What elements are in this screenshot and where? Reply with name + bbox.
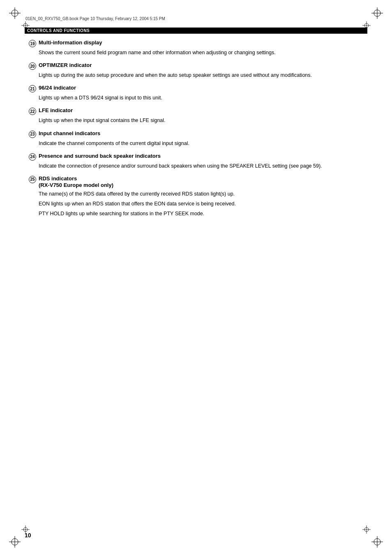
- section-24: 24 Presence and surround back speaker in…: [29, 153, 363, 170]
- section-20-title-row: 20 OPTIMIZER indicator: [29, 62, 363, 70]
- section-22-heading: LFE indicator: [39, 107, 73, 113]
- file-info: 01EN_00_RXV750_GB.book Page 10 Thursday,…: [25, 16, 367, 21]
- section-21-title-row: 21 96/24 indicator: [29, 85, 363, 92]
- section-22-body: Lights up when the input signal contains…: [39, 117, 363, 124]
- section-header-bar: CONTROLS AND FUNCTIONS: [25, 28, 367, 34]
- page: 01EN_00_RXV750_GB.book Page 10 Thursday,…: [0, 0, 392, 555]
- corner-mark-tr: [371, 7, 383, 19]
- corner-mark-tl: [9, 7, 21, 19]
- inner-corner-mark-tl: [21, 21, 30, 30]
- inner-corner-mark-tr: [362, 21, 371, 30]
- section-23-body: Indicate the channel components of the c…: [39, 140, 363, 147]
- section-20-heading: OPTIMIZER indicator: [39, 62, 92, 68]
- section-19: 19 Multi-information display Shows the c…: [29, 39, 363, 56]
- section-25-heading-block: RDS indicators (RX-V750 Europe model onl…: [39, 175, 113, 189]
- section-25-subtitle: (RX-V750 Europe model only): [39, 182, 113, 188]
- content-area: 19 Multi-information display Shows the c…: [25, 39, 367, 217]
- section-24-heading: Presence and surround back speaker indic…: [39, 153, 161, 159]
- section-22-title-row: 22 LFE indicator: [29, 107, 363, 115]
- section-25-title-row: 25 RDS indicators (RX-V750 Europe model …: [29, 175, 363, 189]
- section-20: 20 OPTIMIZER indicator Lights up during …: [29, 62, 363, 79]
- section-23-heading: Input channel indicators: [39, 130, 100, 136]
- page-number: 10: [25, 532, 31, 539]
- section-25-body1: The name(s) of the RDS data offered by t…: [39, 190, 363, 198]
- inner-corner-mark-br: [362, 525, 371, 534]
- section-24-number: 24: [29, 153, 36, 161]
- section-21-body: Lights up when a DTS 96/24 signal is inp…: [39, 94, 363, 101]
- section-23: 23 Input channel indicators Indicate the…: [29, 130, 363, 147]
- corner-mark-bl: [9, 536, 21, 548]
- section-25-body3: PTY HOLD lights up while searching for s…: [39, 210, 363, 217]
- section-24-title-row: 24 Presence and surround back speaker in…: [29, 153, 363, 161]
- section-23-number: 23: [29, 131, 36, 138]
- section-20-body: Lights up during the auto setup procedur…: [39, 71, 363, 79]
- section-21: 21 96/24 indicator Lights up when a DTS …: [29, 85, 363, 101]
- section-19-heading: Multi-information display: [39, 39, 102, 46]
- section-25-heading: RDS indicators: [39, 175, 77, 182]
- section-21-number: 21: [29, 85, 36, 92]
- corner-mark-br: [371, 536, 383, 548]
- section-20-number: 20: [29, 62, 36, 70]
- header-label: CONTROLS AND FUNCTIONS: [27, 28, 90, 33]
- section-25: 25 RDS indicators (RX-V750 Europe model …: [29, 175, 363, 217]
- section-22-number: 22: [29, 108, 36, 115]
- section-22: 22 LFE indicator Lights up when the inpu…: [29, 107, 363, 124]
- section-25-body2: EON lights up when an RDS station that o…: [39, 200, 363, 207]
- section-19-number: 19: [29, 40, 36, 47]
- section-24-body: Indicate the connection of presence and/…: [39, 162, 363, 170]
- section-19-title-row: 19 Multi-information display: [29, 39, 363, 47]
- section-25-number: 25: [29, 176, 36, 183]
- section-19-body: Shows the current sound field program na…: [39, 49, 363, 56]
- section-21-heading: 96/24 indicator: [39, 85, 76, 91]
- section-23-title-row: 23 Input channel indicators: [29, 130, 363, 138]
